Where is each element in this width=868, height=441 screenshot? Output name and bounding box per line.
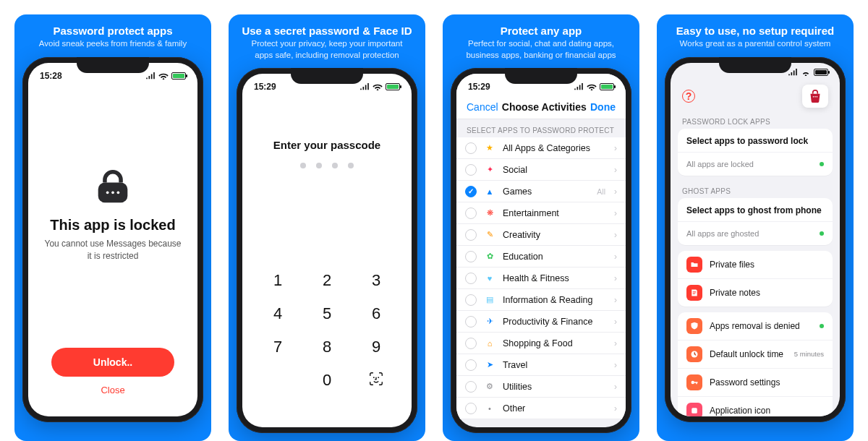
svg-rect-11 bbox=[692, 408, 697, 414]
unlock-button[interactable]: Unlock.. bbox=[51, 348, 174, 377]
key-8[interactable]: 8 bbox=[306, 338, 348, 356]
signal-icon bbox=[788, 69, 798, 76]
done-button[interactable]: Done bbox=[590, 101, 616, 113]
panel-2-title: Use a secret password & Face ID bbox=[242, 25, 412, 37]
chevron-right-icon: › bbox=[614, 403, 617, 414]
category-row[interactable]: ✿Education› bbox=[456, 246, 626, 267]
note-icon bbox=[686, 285, 702, 301]
category-row[interactable]: ➤Travel› bbox=[456, 354, 626, 376]
key-5[interactable]: 5 bbox=[306, 304, 348, 323]
screen-4: ? PASSWORD LOCK APPS Select apps to pass… bbox=[671, 63, 840, 416]
wifi-icon bbox=[158, 72, 169, 80]
category-row[interactable]: ★All Apps & Categories› bbox=[456, 137, 626, 159]
radio-icon[interactable] bbox=[465, 338, 477, 349]
device-notch bbox=[505, 68, 577, 84]
key-4[interactable]: 4 bbox=[257, 304, 299, 323]
key-2[interactable]: 2 bbox=[306, 271, 348, 290]
category-row[interactable]: ⚙Utilities› bbox=[456, 376, 626, 398]
cancel-button[interactable]: Cancel bbox=[467, 101, 498, 113]
device-notch bbox=[77, 57, 149, 73]
settings-row[interactable]: Private files bbox=[678, 251, 833, 279]
category-list[interactable]: ★All Apps & Categories›✦Social›▲GamesAll… bbox=[456, 137, 626, 419]
category-label: Information & Reading bbox=[503, 295, 607, 305]
screen-2: 15:29 Enter your passcode 1 2 3 4 5 6 bbox=[242, 74, 412, 427]
category-icon: ▲ bbox=[484, 186, 495, 197]
category-row[interactable]: ♥Health & Fitness› bbox=[456, 267, 626, 289]
radio-checked-icon[interactable] bbox=[465, 186, 477, 197]
status-time: 15:29 bbox=[254, 82, 276, 92]
category-row[interactable]: ✎Creativity› bbox=[456, 224, 626, 246]
panel-1-sub: Avoid sneak peeks from friends & family bbox=[39, 38, 187, 50]
screen-3: 15:29 Cancel Choose Activities Done SELE… bbox=[456, 74, 626, 427]
category-label: Games bbox=[503, 187, 590, 197]
nav-title: Choose Activities bbox=[502, 101, 587, 113]
category-row[interactable]: ▲GamesAll› bbox=[456, 181, 626, 202]
chevron-right-icon: › bbox=[614, 317, 617, 327]
shield-icon bbox=[686, 318, 702, 334]
battery-icon bbox=[600, 83, 614, 90]
signal-icon bbox=[359, 83, 370, 90]
faceid-icon bbox=[368, 371, 384, 387]
radio-icon[interactable] bbox=[465, 403, 477, 414]
settings-row[interactable]: Private notes bbox=[678, 279, 833, 307]
key-7[interactable]: 7 bbox=[257, 338, 299, 356]
chevron-right-icon: › bbox=[614, 165, 617, 175]
key-3[interactable]: 3 bbox=[355, 271, 397, 290]
screen-1: 15:28 This app is locked You cannot use … bbox=[28, 63, 197, 416]
close-button[interactable]: Close bbox=[96, 384, 129, 396]
radio-icon[interactable] bbox=[465, 251, 477, 262]
settings-row[interactable]: Application icon bbox=[678, 397, 833, 416]
radio-icon[interactable] bbox=[465, 164, 477, 176]
passcode-content: Enter your passcode 1 2 3 4 5 6 7 8 9 0 bbox=[242, 95, 412, 427]
panel-3-title: Protect any app bbox=[501, 25, 582, 37]
chevron-right-icon: › bbox=[614, 360, 617, 370]
panel-3-sub: Perfect for social, chat and dating apps… bbox=[456, 38, 626, 61]
clock-icon bbox=[686, 346, 702, 362]
section-header: SELECT APPS TO PASSWORD PROTECT bbox=[456, 119, 626, 137]
settings-row[interactable]: Default unlock time5 minutes bbox=[678, 341, 833, 369]
svg-point-1 bbox=[106, 192, 109, 194]
category-label: Travel bbox=[503, 360, 607, 370]
faceid-button[interactable] bbox=[355, 371, 397, 391]
key-0[interactable]: 0 bbox=[306, 371, 348, 391]
category-row[interactable]: •Other› bbox=[456, 398, 626, 419]
chevron-right-icon: › bbox=[614, 273, 617, 283]
settings-row[interactable]: Password settings bbox=[678, 369, 833, 397]
category-label: Social bbox=[503, 165, 607, 175]
category-icon: ★ bbox=[484, 142, 495, 154]
category-row[interactable]: ⌂Shopping & Food› bbox=[456, 333, 626, 354]
category-meta: All bbox=[597, 187, 605, 196]
key-9[interactable]: 9 bbox=[355, 338, 397, 356]
radio-icon[interactable] bbox=[465, 273, 477, 284]
radio-icon[interactable] bbox=[465, 207, 477, 219]
section-ghost-label: GHOST APPS bbox=[671, 181, 840, 198]
card-ghost-apps[interactable]: Select apps to ghost from phone All apps… bbox=[678, 198, 833, 245]
svg-point-2 bbox=[111, 192, 114, 194]
key-1[interactable]: 1 bbox=[257, 271, 299, 290]
status-time: 15:28 bbox=[40, 71, 62, 81]
chevron-right-icon: › bbox=[614, 187, 617, 197]
radio-icon[interactable] bbox=[465, 316, 477, 327]
status-dot-icon bbox=[820, 231, 824, 236]
status-right bbox=[788, 69, 828, 76]
card-lock-apps[interactable]: Select apps to password lock All apps ar… bbox=[678, 129, 833, 176]
category-row[interactable]: ✦Social› bbox=[456, 159, 626, 181]
status-time bbox=[682, 67, 684, 77]
radio-icon[interactable] bbox=[465, 294, 477, 306]
radio-icon[interactable] bbox=[465, 381, 477, 393]
panel-4-sub: Works great as a parental control system bbox=[680, 38, 831, 50]
settings-label: Apps removal is denied bbox=[710, 321, 812, 331]
wifi-icon bbox=[587, 83, 597, 90]
key-6[interactable]: 6 bbox=[355, 304, 397, 323]
category-row[interactable]: ❋Entertainment› bbox=[456, 202, 626, 224]
radio-icon[interactable] bbox=[465, 229, 477, 241]
locked-subtitle: You cannot use Messages because it is re… bbox=[41, 238, 184, 262]
category-row[interactable]: ✈Productivity & Finance› bbox=[456, 311, 626, 333]
choose-nav: Cancel Choose Activities Done bbox=[456, 95, 626, 119]
settings-row[interactable]: Apps removal is denied bbox=[678, 312, 833, 341]
category-row[interactable]: ▤Information & Reading› bbox=[456, 289, 626, 311]
radio-icon[interactable] bbox=[465, 359, 477, 371]
help-icon[interactable]: ? bbox=[682, 90, 695, 103]
wifi-icon bbox=[373, 83, 383, 90]
radio-icon[interactable] bbox=[465, 142, 477, 154]
